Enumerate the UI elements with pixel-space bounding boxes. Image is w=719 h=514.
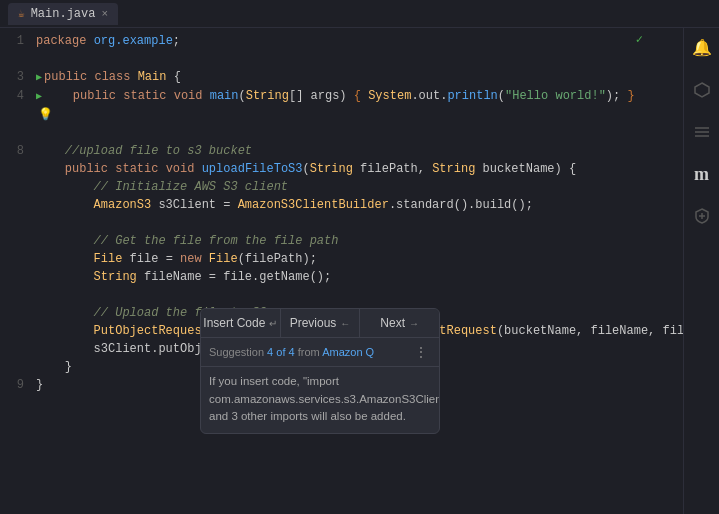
suggestion-source: Amazon Q bbox=[322, 346, 374, 358]
previous-label: Previous bbox=[290, 316, 337, 330]
next-button[interactable]: Next → bbox=[360, 309, 439, 337]
code-line-8: 8 //upload file to s3 bucket bbox=[0, 142, 683, 160]
popup-body-text: If you insert code, "import com.amazonaw… bbox=[209, 375, 440, 422]
gutter-checkmark: ✓ bbox=[636, 32, 643, 47]
next-icon: → bbox=[409, 318, 419, 329]
svg-marker-0 bbox=[695, 83, 709, 97]
file-tab[interactable]: ☕ Main.java × bbox=[8, 3, 118, 25]
right-sidebar: 🔔 m bbox=[683, 28, 719, 514]
code-line-4: 4 ▶ public static void main(String[] arg… bbox=[0, 87, 683, 106]
previous-button[interactable]: Previous ← bbox=[281, 309, 361, 337]
code-line-method: public static void uploadFileToS3(String… bbox=[0, 160, 683, 178]
code-editor[interactable]: ✓ 1 package org.example; 3 ▶public class… bbox=[0, 28, 683, 514]
code-line-2 bbox=[0, 50, 683, 68]
code-line-6 bbox=[0, 124, 683, 142]
popup-meta: Suggestion 4 of 4 from Amazon Q ⋮ bbox=[201, 338, 439, 367]
tab-close-button[interactable]: × bbox=[101, 8, 108, 20]
suggestion-popup: Insert Code ↵ Previous ← Next → Suggesti… bbox=[200, 308, 440, 434]
code-line-file: File file = new File(filePath); bbox=[0, 250, 683, 268]
bell-icon[interactable]: 🔔 bbox=[688, 34, 716, 62]
tab-filename: Main.java bbox=[31, 7, 96, 21]
title-bar: ☕ Main.java × bbox=[0, 0, 719, 28]
insert-code-label: Insert Code bbox=[203, 316, 265, 330]
code-line-s3client: AmazonS3 s3Client = AmazonS3ClientBuilde… bbox=[0, 196, 683, 214]
more-options-icon[interactable]: ⋮ bbox=[411, 342, 431, 362]
code-line-empty2 bbox=[0, 286, 683, 304]
insert-icon: ↵ bbox=[269, 318, 277, 329]
code-line-init-cmt: // Initialize AWS S3 client bbox=[0, 178, 683, 196]
popup-body: If you insert code, "import com.amazonaw… bbox=[201, 367, 439, 433]
prev-icon: ← bbox=[340, 318, 350, 329]
plugin-icon[interactable] bbox=[688, 76, 716, 104]
code-line-filename: String fileName = file.getName(); bbox=[0, 268, 683, 286]
popup-buttons: Insert Code ↵ Previous ← Next → bbox=[201, 309, 439, 338]
insert-code-button[interactable]: Insert Code ↵ bbox=[201, 309, 281, 337]
code-line-5: 💡 bbox=[0, 106, 683, 124]
shield-icon[interactable] bbox=[688, 202, 716, 230]
code-line-3: 3 ▶public class Main { bbox=[0, 68, 683, 87]
main-layout: ✓ 1 package org.example; 3 ▶public class… bbox=[0, 28, 719, 514]
next-label: Next bbox=[380, 316, 405, 330]
amazon-q-icon[interactable]: m bbox=[688, 160, 716, 188]
code-line-getfile-cmt: // Get the file from the file path bbox=[0, 232, 683, 250]
suggestion-meta-label: Suggestion 4 of 4 from Amazon Q bbox=[209, 346, 374, 358]
code-line-1: 1 package org.example; bbox=[0, 32, 683, 50]
suggestion-count: 4 of 4 bbox=[267, 346, 295, 358]
layers-icon[interactable] bbox=[688, 118, 716, 146]
java-file-icon: ☕ bbox=[18, 7, 25, 20]
code-line-empty1 bbox=[0, 214, 683, 232]
